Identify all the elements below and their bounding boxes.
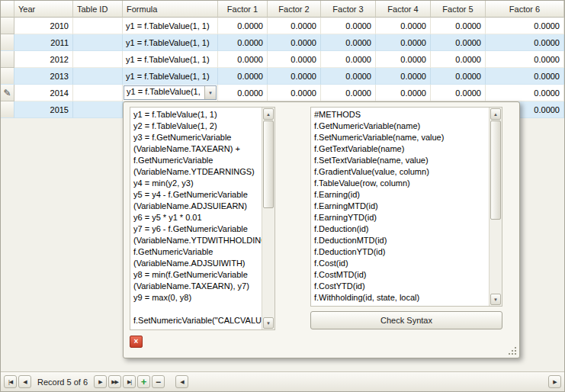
grid-row-2014[interactable]: ✎2014y1 = f.TableValue(1,▼0.00000.00000.… xyxy=(1,85,564,101)
cell-factor-4[interactable]: 0.0000 xyxy=(376,85,431,101)
cell-factor-6[interactable]: 0.0000 xyxy=(486,68,564,85)
cell-factor-6[interactable]: 0.0000 xyxy=(486,51,564,68)
cell-formula[interactable]: y1 = f.TableValue(1,▼ xyxy=(123,85,218,101)
cell-factor-2[interactable]: 0.0000 xyxy=(268,51,321,68)
column-header-factor-2[interactable]: Factor 2 xyxy=(268,1,321,18)
formula-text-editor[interactable]: y1 = f.TableValue(1, 1)y2 = f.TableValue… xyxy=(130,107,275,330)
grid-row-2012[interactable]: 2012y1 = f.TableValue(1, 1)0.00000.00000… xyxy=(1,51,564,68)
resize-grip[interactable] xyxy=(515,353,516,355)
cell-year[interactable]: 2013 xyxy=(14,68,73,85)
column-header-factor-3[interactable]: Factor 3 xyxy=(321,1,376,18)
cell-factor-5[interactable]: 0.0000 xyxy=(431,85,486,101)
methods-reference-list[interactable]: #METHODSf.GetNumericVariable(name)f.SetN… xyxy=(310,107,502,307)
grid-row-2011[interactable]: 2011y1 = f.TableValue(1, 1)0.00000.00000… xyxy=(1,34,564,51)
column-header-formula[interactable]: Formula xyxy=(123,1,218,18)
column-header-year[interactable]: Year xyxy=(14,1,73,18)
scroll-left-button[interactable]: ◀ xyxy=(175,375,188,388)
cell-factor-2[interactable]: 0.0000 xyxy=(268,18,321,34)
scrollbar-thumb[interactable] xyxy=(263,120,274,208)
cell-formula[interactable]: y1 = f.TableValue(1, 1) xyxy=(123,18,218,34)
cell-factor-3[interactable]: 0.0000 xyxy=(321,85,376,101)
cell-factor-4[interactable]: 0.0000 xyxy=(376,68,431,85)
cell-factor-2[interactable]: 0.0000 xyxy=(268,85,321,101)
method-line: f.Earning(id) xyxy=(314,189,486,201)
formula-line: y8 = min(f.GetNumericVariable xyxy=(133,269,258,281)
cell-year[interactable]: 2015 xyxy=(14,101,73,118)
cell-factor-6[interactable]: 0.0000 xyxy=(486,18,564,34)
cell-formula[interactable]: y1 = f.TableValue(1, 1) xyxy=(123,51,218,68)
cell-factor-3[interactable]: 0.0000 xyxy=(321,34,376,51)
method-line: f.EarningMTD(id) xyxy=(314,201,486,212)
scroll-right-button[interactable]: ▶ xyxy=(548,375,561,388)
previous-record-button[interactable]: ◀ xyxy=(18,375,31,388)
column-header-factor-1[interactable]: Factor 1 xyxy=(218,1,268,18)
scroll-down-icon: ▼ xyxy=(493,297,498,302)
cell-year[interactable]: 2010 xyxy=(14,18,73,34)
last-record-button[interactable]: ▶| xyxy=(123,375,136,388)
cell-table-id[interactable] xyxy=(73,101,123,118)
formula-editor-scrollbar[interactable]: ▲ ▼ xyxy=(262,108,274,329)
scroll-up-button[interactable]: ▲ xyxy=(263,108,274,120)
cell-year[interactable]: 2011 xyxy=(14,34,73,51)
cell-table-id[interactable] xyxy=(73,85,123,101)
methods-list-scrollbar[interactable]: ▲ ▼ xyxy=(489,108,502,306)
next-record-button[interactable]: ▶ xyxy=(94,375,107,388)
cell-table-id[interactable] xyxy=(73,34,123,51)
cell-table-id[interactable] xyxy=(73,18,123,34)
cell-table-id[interactable] xyxy=(73,68,123,85)
cell-factor-6[interactable]: 0.0000 xyxy=(486,34,564,51)
cell-factor-4[interactable]: 0.0000 xyxy=(376,18,431,34)
cell-factor-1[interactable]: 0.0000 xyxy=(218,34,268,51)
cell-formula[interactable]: y1 = f.TableValue(1, 1) xyxy=(123,68,218,85)
grid-header-row: YearTable IDFormulaFactor 1Factor 2Facto… xyxy=(1,1,564,18)
cell-factor-2[interactable]: 0.0000 xyxy=(268,68,321,85)
method-line: f.Cost(id) xyxy=(314,258,486,269)
cell-formula[interactable]: y1 = f.TableValue(1, 1) xyxy=(123,34,218,51)
dropdown-button[interactable]: ▼ xyxy=(204,86,216,99)
close-popup-button[interactable]: × xyxy=(130,336,143,348)
cell-table-id[interactable] xyxy=(73,51,123,68)
cell-year[interactable]: 2012 xyxy=(14,51,73,68)
cell-factor-5[interactable]: 0.0000 xyxy=(431,18,486,34)
scroll-up-button[interactable]: ▲ xyxy=(490,108,501,120)
cell-factor-5[interactable]: 0.0000 xyxy=(431,34,486,51)
row-indicator xyxy=(1,18,14,34)
cell-factor-4[interactable]: 0.0000 xyxy=(376,51,431,68)
cell-factor-1[interactable]: 0.0000 xyxy=(218,51,268,68)
formula-cell-editor[interactable]: y1 = f.TableValue(1,▼ xyxy=(124,85,217,100)
row-indicator: ✎ xyxy=(1,85,14,101)
cell-factor-3[interactable]: 0.0000 xyxy=(321,18,376,34)
cell-factor-1[interactable]: 0.0000 xyxy=(218,68,268,85)
cell-factor-1[interactable]: 0.0000 xyxy=(218,18,268,34)
grid-row-2013[interactable]: 2013y1 = f.TableValue(1, 1)0.00000.00000… xyxy=(1,68,564,85)
append-record-button[interactable]: + xyxy=(137,375,150,388)
horizontal-scrollbar-track[interactable] xyxy=(190,375,547,388)
column-header-table-id[interactable]: Table ID xyxy=(73,1,123,18)
first-record-button[interactable]: |◀ xyxy=(4,375,17,388)
formula-line: (VariableName.YTDWITHHOLDINGS) - xyxy=(133,235,258,246)
cell-factor-1[interactable]: 0.0000 xyxy=(218,85,268,101)
cell-factor-3[interactable]: 0.0000 xyxy=(321,68,376,85)
cell-factor-4[interactable]: 0.0000 xyxy=(376,34,431,51)
formula-text: y1 = f.TableValue(1, 1)y2 = f.TableValue… xyxy=(130,108,262,329)
method-line: f.Withholding(id, state, local) xyxy=(314,292,486,304)
column-header-factor-5[interactable]: Factor 5 xyxy=(431,1,486,18)
scrollbar-thumb[interactable] xyxy=(490,120,501,220)
row-indicator xyxy=(1,101,14,118)
cell-factor-6[interactable]: 0.0000 xyxy=(486,85,564,101)
cell-factor-3[interactable]: 0.0000 xyxy=(321,51,376,68)
cell-factor-5[interactable]: 0.0000 xyxy=(431,51,486,68)
scroll-down-button[interactable]: ▼ xyxy=(263,317,274,329)
row-indicator-header xyxy=(1,1,14,18)
cell-year[interactable]: 2014 xyxy=(14,85,73,101)
cell-factor-2[interactable]: 0.0000 xyxy=(268,34,321,51)
grid-row-2010[interactable]: 2010y1 = f.TableValue(1, 1)0.00000.00000… xyxy=(1,18,564,34)
scroll-down-button[interactable]: ▼ xyxy=(490,294,501,305)
check-syntax-button[interactable]: Check Syntax xyxy=(310,311,502,329)
delete-record-button[interactable]: − xyxy=(152,375,165,388)
cell-factor-5[interactable]: 0.0000 xyxy=(431,68,486,85)
edit-row-indicator-icon: ✎ xyxy=(3,88,11,98)
next-page-button[interactable]: ▶▶ xyxy=(108,375,121,388)
column-header-factor-4[interactable]: Factor 4 xyxy=(376,1,431,18)
column-header-factor-6[interactable]: Factor 6 xyxy=(486,1,564,18)
